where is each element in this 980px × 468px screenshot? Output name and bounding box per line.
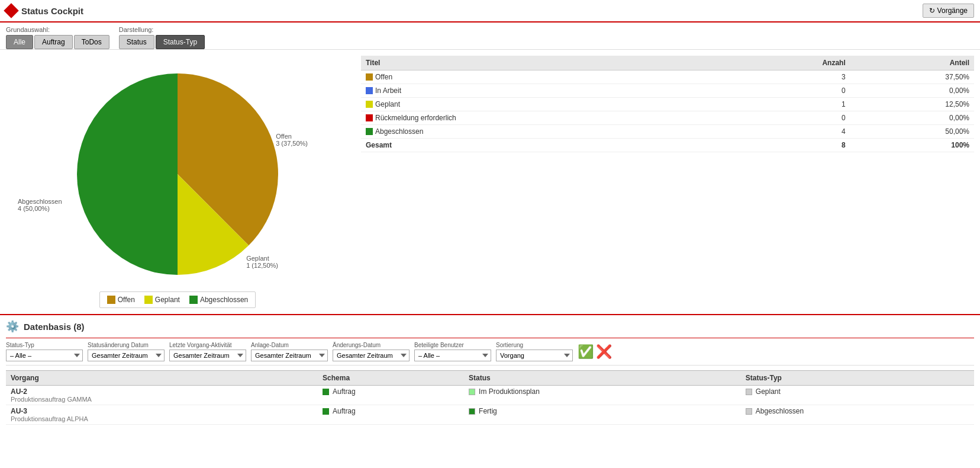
tab-status-typ[interactable]: Status-Typ <box>156 35 205 49</box>
legend-color-abgeschlossen <box>189 296 198 304</box>
filter-label-4: Änderungs-Datum <box>333 342 410 348</box>
filter-label-5: Beteiligte Benutzer <box>414 342 491 348</box>
total-percent: 100% <box>850 139 974 152</box>
pie-chart: Offen3 (37,50%) Geplant1 (12,50%) Abgesc… <box>65 62 290 287</box>
app-icon <box>4 3 18 18</box>
legend-label-offen: Offen <box>118 296 135 304</box>
tab-alle[interactable]: Alle <box>6 35 33 49</box>
statustyp-color <box>746 389 752 395</box>
legend-color-geplant <box>144 296 153 304</box>
table-row[interactable]: AU-3 Produktionsauftrag ALPHA Auftrag Fe… <box>6 405 974 425</box>
legend-abgeschlossen: Abgeschlossen <box>189 296 248 304</box>
filter-group-4: Änderungs-Datum Gesamter Zeitraum <box>333 342 410 361</box>
status-row-percent: 50,00% <box>850 125 974 139</box>
legend-geplant: Geplant <box>144 296 180 304</box>
slice-abgeschlossen <box>77 73 178 275</box>
label-abgeschlossen: Abgeschlossen4 (50,00%) <box>18 198 62 212</box>
vorgange-button[interactable]: ↻ Vorgänge <box>923 4 974 18</box>
total-count: 8 <box>730 139 850 152</box>
main-content: Offen3 (37,50%) Geplant1 (12,50%) Abgesc… <box>0 50 980 314</box>
status-table: Titel Anzahl Anteil Offen 3 37,50% In Ar… <box>361 56 974 152</box>
row-schema: Auftrag <box>318 386 464 405</box>
legend-label-geplant: Geplant <box>155 296 180 304</box>
darstellung-group: Darstellung: Status Status-Typ <box>119 26 205 49</box>
darstellung-label: Darstellung: <box>119 26 205 33</box>
schema-color <box>323 408 329 415</box>
page-title: Status Cockpit <box>21 6 83 16</box>
filter-select-5[interactable]: – Alle – <box>414 350 491 361</box>
row-vorgang: AU-3 Produktionsauftrag ALPHA <box>6 405 318 425</box>
filter-select-3[interactable]: Gesamter Zeitraum <box>251 350 328 361</box>
filter-select-6[interactable]: Vorgang <box>496 350 573 361</box>
filter-label-6: Sortierung <box>496 342 573 348</box>
datenbasis-header: ⚙️ Datenbasis (8) <box>6 320 974 333</box>
header-left: Status Cockpit <box>6 5 83 16</box>
status-row-count: 1 <box>730 98 850 111</box>
tab-auftrag[interactable]: Auftrag <box>34 35 73 49</box>
status-row-label: Rückmeldung erforderlich <box>361 111 730 125</box>
status-row-count: 3 <box>730 70 850 84</box>
grundauswahl-label: Grundauswahl: <box>6 26 109 33</box>
status-row: In Arbeit 0 0,00% <box>361 84 974 98</box>
legend-color-offen <box>107 296 115 304</box>
datenbasis-count: (8) <box>73 322 84 332</box>
status-row-label: Geplant <box>361 98 730 111</box>
filter-ok-button[interactable]: ✅ <box>578 345 594 358</box>
row-schema: Auftrag <box>318 405 464 425</box>
filter-select-1[interactable]: Gesamter Zeitraum <box>88 350 165 361</box>
header: Status Cockpit ↻ Vorgänge <box>0 0 980 23</box>
row-status: Fertig <box>464 405 741 425</box>
status-row-percent: 0,00% <box>850 111 974 125</box>
datenbasis-title-text: Datenbasis <box>24 322 71 332</box>
filter-cancel-button[interactable]: ❌ <box>596 345 612 358</box>
status-row: Geplant 1 12,50% <box>361 98 974 111</box>
grundauswahl-buttons: Alle Auftrag ToDos <box>6 35 109 49</box>
row-status: Im Produktionsplan <box>464 386 741 405</box>
datenbasis-title: Datenbasis (8) <box>24 322 85 332</box>
filter-group-1: Statusänderung Datum Gesamter Zeitraum <box>88 342 165 361</box>
filter-group-6: Sortierung Vorgang <box>496 342 573 361</box>
status-row-percent: 12,50% <box>850 98 974 111</box>
status-row-label: Offen <box>361 70 730 84</box>
chart-legend: Offen Geplant Abgeschlossen <box>99 291 256 308</box>
tab-status[interactable]: Status <box>119 35 154 49</box>
table-row[interactable]: AU-2 Produktionsauftrag GAMMA Auftrag Im… <box>6 386 974 405</box>
status-row-percent: 0,00% <box>850 84 974 98</box>
status-row-label: In Arbeit <box>361 84 730 98</box>
status-row-count: 4 <box>730 125 850 139</box>
filter-group-3: Anlage-Datum Gesamter Zeitraum <box>251 342 328 361</box>
row-vorgang: AU-2 Produktionsauftrag GAMMA <box>6 386 318 405</box>
filter-label-2: Letzte Vorgang-Aktivität <box>169 342 246 348</box>
statustyp-color <box>746 408 752 415</box>
filter-select-2[interactable]: Gesamter Zeitraum <box>169 350 246 361</box>
filter-select-0[interactable]: – Alle – <box>6 350 83 361</box>
legend-offen: Offen <box>107 296 135 304</box>
status-color-dot <box>366 87 373 94</box>
status-row: Abgeschlossen 4 50,00% <box>361 125 974 139</box>
datenbasis-icon: ⚙️ <box>6 320 19 333</box>
row-statustyp: Abgeschlossen <box>741 405 974 425</box>
col-status: Status <box>464 371 741 386</box>
status-color-dot <box>366 114 373 121</box>
col-titel: Titel <box>361 56 730 70</box>
col-anteil: Anteil <box>850 56 974 70</box>
status-row-count: 0 <box>730 84 850 98</box>
status-color-dot <box>366 128 373 135</box>
darstellung-buttons: Status Status-Typ <box>119 35 205 49</box>
status-row-label: Abgeschlossen <box>361 125 730 139</box>
filter-label-3: Anlage-Datum <box>251 342 328 348</box>
tab-todos[interactable]: ToDos <box>74 35 109 49</box>
data-table-wrap: Vorgang Schema Status Status-Typ AU-2 Pr… <box>6 366 974 429</box>
filter-group-5: Beteiligte Benutzer – Alle – <box>414 342 491 361</box>
status-row-count: 0 <box>730 111 850 125</box>
col-statustyp: Status-Typ <box>741 371 974 386</box>
legend-label-abgeschlossen: Abgeschlossen <box>200 296 248 304</box>
filter-select-4[interactable]: Gesamter Zeitraum <box>333 350 410 361</box>
schema-color <box>323 389 329 395</box>
col-schema: Schema <box>318 371 464 386</box>
filters-bar: Status-Typ – Alle – Statusänderung Datum… <box>6 338 974 366</box>
status-color <box>469 389 475 395</box>
status-row-percent: 37,50% <box>850 70 974 84</box>
chart-area: Offen3 (37,50%) Geplant1 (12,50%) Abgesc… <box>6 56 349 308</box>
status-color-dot <box>366 73 373 81</box>
